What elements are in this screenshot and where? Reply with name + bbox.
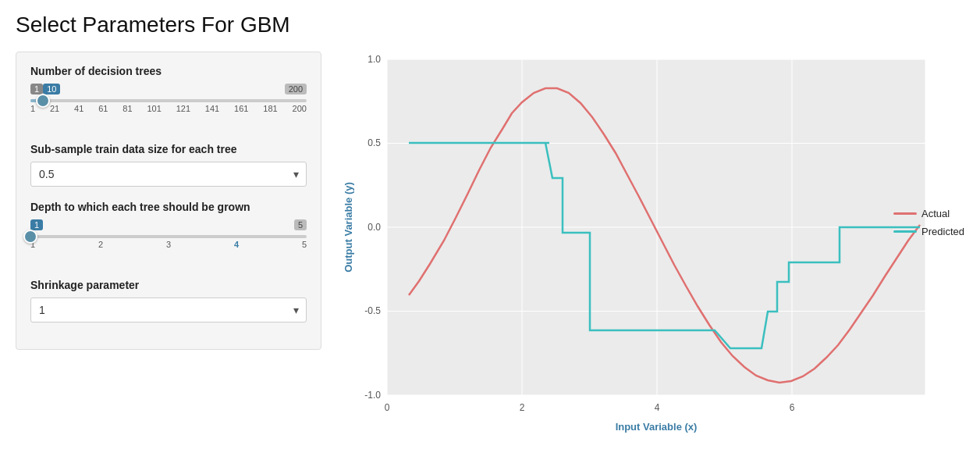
depth-value-badge: 1	[30, 219, 43, 230]
y-tick-5: -1.0	[364, 390, 381, 401]
shrinkage-select[interactable]: 0.01 0.05 0.1 0.2 0.5 1	[30, 298, 307, 322]
trees-section: Number of decision trees 1 10 200 1 21 4…	[30, 65, 307, 129]
main-chart: 1.0 0.5 0.0 -0.5 -1.0 0 2 4 6 Output Var…	[340, 52, 964, 434]
subsample-select[interactable]: 0.1 0.2 0.3 0.4 0.5 0.6 0.7 0.8 0.9 1.0	[30, 162, 307, 187]
shrinkage-label: Shrinkage parameter	[30, 279, 307, 291]
trees-max-badge: 200	[285, 84, 307, 94]
depth-max-badge: 5	[294, 219, 307, 230]
depth-badge-row: 1 5	[30, 219, 307, 230]
y-tick-2: 0.5	[368, 137, 381, 148]
depth-slider-track	[30, 235, 307, 238]
legend-predicted: Predicted	[893, 226, 964, 237]
y-tick-3: 0.0	[368, 222, 381, 233]
actual-legend-line	[893, 212, 917, 215]
trees-badge-row: 1 10 200	[30, 84, 307, 94]
trees-slider-thumb[interactable]	[36, 94, 50, 108]
subsample-section: Sub-sample train data size for each tree…	[30, 143, 307, 187]
x-tick-0: 0	[385, 402, 390, 413]
trees-slider-labels: 1 21 41 61 81 101 121 141 161 181 200	[30, 104, 307, 113]
chart-wrapper: 1.0 0.5 0.0 -0.5 -1.0 0 2 4 6 Output Var…	[340, 52, 964, 437]
depth-slider-labels: 1 2 3 4 5	[30, 240, 307, 249]
depth-section: Depth to which each tree should be grown…	[30, 201, 307, 265]
depth-label: Depth to which each tree should be grown	[30, 201, 307, 213]
y-tick-4: -0.5	[364, 305, 381, 316]
chart-legend: Actual Predicted	[893, 208, 964, 237]
y-axis-label: Output Variable (y)	[343, 182, 354, 273]
trees-label: Number of decision trees	[30, 65, 307, 77]
shrinkage-select-wrapper: 0.01 0.05 0.1 0.2 0.5 1 ▾	[30, 298, 307, 322]
predicted-legend-label: Predicted	[921, 226, 964, 237]
trees-value-badge: 10	[43, 84, 60, 94]
trees-slider-container: 1 21 41 61 81 101 121 141 161 181 200	[30, 99, 307, 129]
trees-slider-track	[30, 99, 307, 102]
predicted-legend-line	[893, 230, 917, 233]
chart-area: 1.0 0.5 0.0 -0.5 -1.0 0 2 4 6 Output Var…	[340, 52, 964, 437]
shrinkage-section: Shrinkage parameter 0.01 0.05 0.1 0.2 0.…	[30, 279, 307, 322]
legend-actual: Actual	[893, 208, 964, 219]
x-tick-6: 6	[790, 402, 795, 413]
actual-legend-label: Actual	[921, 208, 950, 219]
depth-slider-container: 1 2 3 4 5	[30, 235, 307, 265]
main-layout: Number of decision trees 1 10 200 1 21 4…	[16, 52, 964, 437]
controls-panel: Number of decision trees 1 10 200 1 21 4…	[16, 52, 321, 350]
x-axis-label: Input Variable (x)	[616, 421, 698, 433]
depth-slider-thumb[interactable]	[23, 230, 37, 244]
x-tick-4: 4	[655, 402, 660, 413]
subsample-select-wrapper: 0.1 0.2 0.3 0.4 0.5 0.6 0.7 0.8 0.9 1.0 …	[30, 162, 307, 187]
y-tick-1: 1.0	[368, 54, 381, 65]
x-tick-2: 2	[520, 402, 525, 413]
trees-min-badge: 1	[30, 84, 43, 94]
page-title: Select Parameters For GBM	[16, 12, 964, 37]
subsample-label: Sub-sample train data size for each tree	[30, 143, 307, 155]
